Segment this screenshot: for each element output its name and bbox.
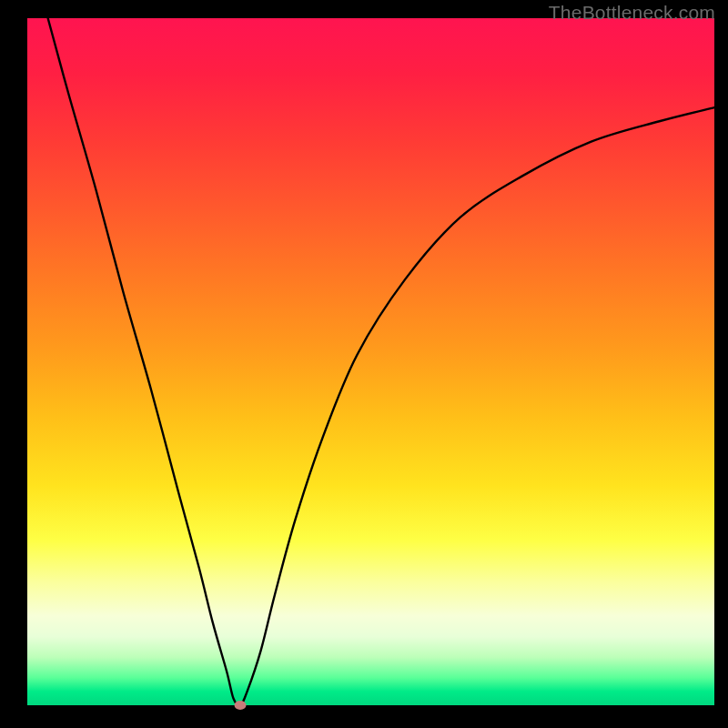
minimum-marker	[235, 701, 247, 710]
chart-frame: TheBottleneck.com	[0, 0, 728, 728]
plot-area	[27, 18, 714, 705]
watermark-text: TheBottleneck.com	[549, 2, 715, 24]
bottleneck-curve	[27, 18, 714, 705]
